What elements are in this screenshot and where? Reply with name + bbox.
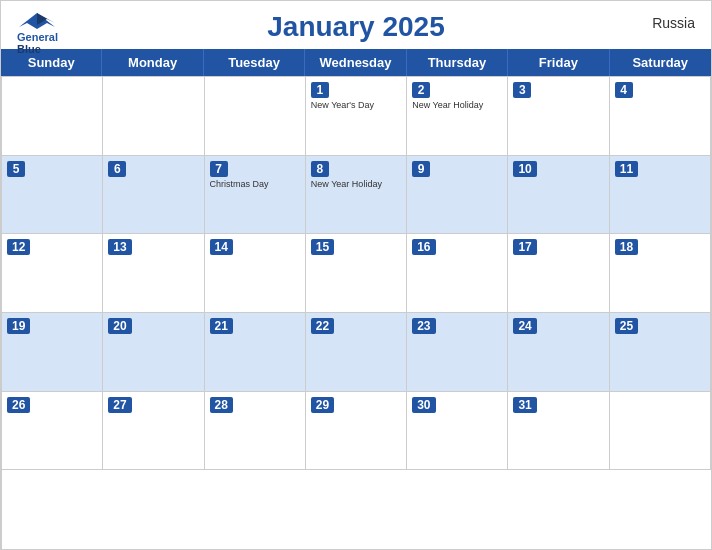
day-cell: 14 <box>205 234 306 313</box>
day-number: 17 <box>513 239 536 255</box>
day-cell: 1New Year's Day <box>306 77 407 156</box>
event-text: Christmas Day <box>210 179 300 191</box>
day-number: 2 <box>412 82 430 98</box>
day-cell: 22 <box>306 313 407 392</box>
day-cell: 28 <box>205 392 306 471</box>
day-cell: 18 <box>610 234 711 313</box>
logo-text: General Blue <box>17 31 58 55</box>
day-cell: 4 <box>610 77 711 156</box>
day-cell: 11 <box>610 156 711 235</box>
day-number: 9 <box>412 161 430 177</box>
day-cell: 29 <box>306 392 407 471</box>
day-cell: 8New Year Holiday <box>306 156 407 235</box>
day-number: 3 <box>513 82 531 98</box>
day-cell: 5 <box>2 156 103 235</box>
day-number: 25 <box>615 318 638 334</box>
day-number: 16 <box>412 239 435 255</box>
day-number: 20 <box>108 318 131 334</box>
day-number: 10 <box>513 161 536 177</box>
calendar-container: General Blue January 2025 Russia SundayM… <box>0 0 712 550</box>
event-text: New Year Holiday <box>412 100 502 112</box>
day-number: 22 <box>311 318 334 334</box>
day-cell: 9 <box>407 156 508 235</box>
day-cell <box>205 77 306 156</box>
day-header-monday: Monday <box>102 49 203 76</box>
calendar-title: January 2025 <box>267 11 444 43</box>
day-number: 28 <box>210 397 233 413</box>
day-cell: 2New Year Holiday <box>407 77 508 156</box>
day-cell <box>2 77 103 156</box>
day-cell: 25 <box>610 313 711 392</box>
day-number: 5 <box>7 161 25 177</box>
day-cell: 31 <box>508 392 609 471</box>
day-header-saturday: Saturday <box>610 49 711 76</box>
day-number: 4 <box>615 82 633 98</box>
day-cell: 23 <box>407 313 508 392</box>
day-cell: 24 <box>508 313 609 392</box>
day-cell: 27 <box>103 392 204 471</box>
day-cell: 15 <box>306 234 407 313</box>
day-number: 13 <box>108 239 131 255</box>
day-number: 31 <box>513 397 536 413</box>
day-cell: 20 <box>103 313 204 392</box>
day-number: 21 <box>210 318 233 334</box>
day-number: 24 <box>513 318 536 334</box>
day-cell: 10 <box>508 156 609 235</box>
day-cell: 6 <box>103 156 204 235</box>
event-text: New Year's Day <box>311 100 401 112</box>
day-headers: SundayMondayTuesdayWednesdayThursdayFrid… <box>1 49 711 76</box>
day-number: 11 <box>615 161 638 177</box>
day-number: 29 <box>311 397 334 413</box>
event-text: New Year Holiday <box>311 179 401 191</box>
day-number: 19 <box>7 318 30 334</box>
day-cell: 3 <box>508 77 609 156</box>
day-number: 27 <box>108 397 131 413</box>
day-cell: 19 <box>2 313 103 392</box>
calendar-grid: 1New Year's Day2New Year Holiday34567Chr… <box>1 76 711 549</box>
day-cell <box>610 392 711 471</box>
day-cell: 12 <box>2 234 103 313</box>
day-cell: 13 <box>103 234 204 313</box>
day-number: 1 <box>311 82 329 98</box>
day-cell: 26 <box>2 392 103 471</box>
day-number: 6 <box>108 161 126 177</box>
day-number: 30 <box>412 397 435 413</box>
day-header-tuesday: Tuesday <box>204 49 305 76</box>
day-header-wednesday: Wednesday <box>305 49 406 76</box>
day-number: 18 <box>615 239 638 255</box>
day-number: 8 <box>311 161 329 177</box>
day-number: 7 <box>210 161 228 177</box>
day-cell: 30 <box>407 392 508 471</box>
calendar-header: General Blue January 2025 Russia <box>1 1 711 49</box>
day-number: 15 <box>311 239 334 255</box>
day-cell: 7Christmas Day <box>205 156 306 235</box>
day-header-thursday: Thursday <box>407 49 508 76</box>
day-header-friday: Friday <box>508 49 609 76</box>
day-number: 23 <box>412 318 435 334</box>
logo-icon <box>19 9 55 31</box>
day-number: 12 <box>7 239 30 255</box>
day-number: 14 <box>210 239 233 255</box>
country-label: Russia <box>652 15 695 31</box>
day-cell <box>103 77 204 156</box>
logo: General Blue <box>17 9 58 55</box>
day-cell: 21 <box>205 313 306 392</box>
day-number: 26 <box>7 397 30 413</box>
day-cell: 17 <box>508 234 609 313</box>
day-cell: 16 <box>407 234 508 313</box>
